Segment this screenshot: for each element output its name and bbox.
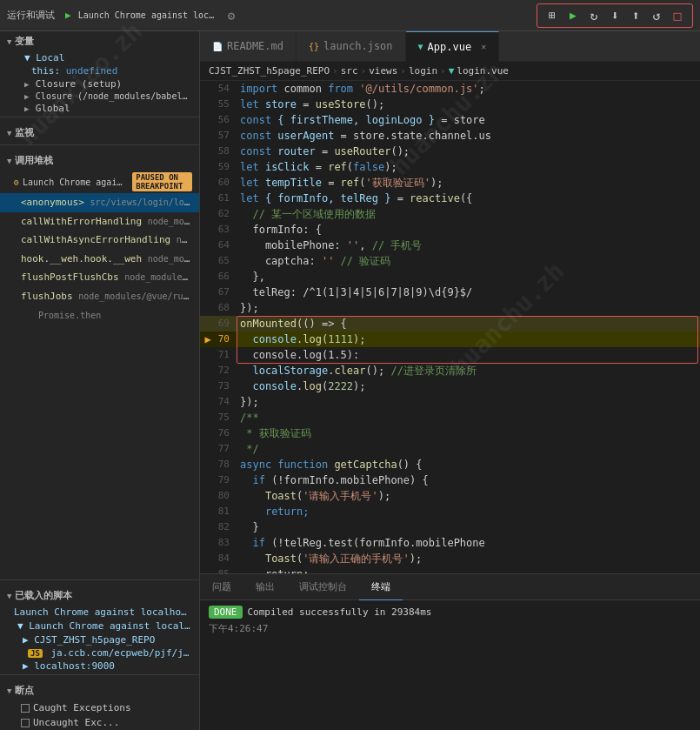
line-content-58: const router = useRouter(); bbox=[237, 144, 700, 159]
crumb-sep-4: › bbox=[440, 65, 446, 77]
debug-arrow-container: ▶ bbox=[200, 332, 217, 347]
frame-callWithErrorHandling[interactable]: callWithErrorHandling node_modules/@vue/… bbox=[0, 212, 199, 231]
script-1-label: ▼ Launch Chrome against localhost: 智慧食堂 … bbox=[17, 620, 199, 632]
code-editor[interactable]: 54 import common from '@/utils/common.js… bbox=[200, 81, 700, 573]
code-line-72: 72 localStorage.clear(); //进登录页清除所 bbox=[200, 363, 700, 378]
line-num-78: 78 bbox=[200, 457, 237, 472]
debug-current-arrow: ▶ bbox=[204, 332, 210, 347]
script-item-0[interactable]: Launch Chrome against localhost (CJST_ZH… bbox=[0, 606, 199, 619]
breakpoint-uncaught-checkbox[interactable] bbox=[21, 719, 30, 727]
loaded-scripts-label: 已载入的脚本 bbox=[15, 589, 72, 602]
debug-toolbar: 运行和调试 ▶ Launch Chrome against localhost … bbox=[0, 0, 700, 31]
script-item-js[interactable]: JS ja.ccb.com/ecpweb/pjf/jsloader-pjf.js bbox=[0, 646, 199, 660]
breakpoint-uncaught[interactable]: Uncaught Exc... bbox=[0, 715, 199, 730]
frame-hook-weh[interactable]: hook.__weh.hook.__weh node_modules/@vue/… bbox=[0, 250, 199, 269]
frame-anonymous[interactable]: <anonymous> src/views/login/login.vue 70… bbox=[0, 193, 199, 212]
line-num-76: 76 bbox=[200, 425, 237, 441]
step-over-button[interactable]: ↻ bbox=[584, 6, 603, 25]
line-num-85: 85 bbox=[200, 566, 237, 573]
line-content-54: import common from '@/utils/common.js'; bbox=[237, 81, 700, 97]
this-key: this: bbox=[31, 65, 60, 77]
tab-readme[interactable]: 📄 README.md bbox=[200, 31, 297, 62]
script-item-cjst[interactable]: ▶ CJST_ZHST_h5page_REPO bbox=[0, 633, 199, 646]
line-content-63: formInfo: { bbox=[237, 222, 700, 238]
local-arrow: ▼ bbox=[24, 52, 36, 64]
gear-settings-icon[interactable]: ⚙ bbox=[228, 9, 235, 23]
local-label: Local bbox=[36, 52, 64, 64]
script-item-localhost[interactable]: ▶ localhost:9000 bbox=[0, 660, 199, 673]
bottom-tabs: 问题 输出 调试控制台 终端 bbox=[200, 574, 700, 600]
stop-button[interactable]: □ bbox=[668, 6, 687, 25]
script-0-label: Launch Chrome against localhost (CJST_ZH… bbox=[14, 606, 199, 618]
step-into-button[interactable]: ⬇ bbox=[605, 6, 624, 25]
breakpoints-header[interactable]: ▼ 断点 bbox=[0, 680, 199, 700]
line-num-73: 73 bbox=[200, 378, 237, 394]
frame-flushPostFlushCbs[interactable]: flushPostFlushCbs node_modules/@vue/runt… bbox=[0, 268, 199, 287]
restart-button[interactable]: ↺ bbox=[647, 6, 666, 25]
code-line-83: 83 if (!telReg.test(formInfo.mobilePhone bbox=[200, 535, 700, 551]
crumb-vue-icon: ▼ bbox=[449, 65, 455, 77]
tab-launch-json[interactable]: {} launch.json bbox=[297, 31, 406, 62]
sep-2 bbox=[0, 144, 199, 145]
right-panel: 📄 README.md {} launch.json ▼ App.vue ✕ C… bbox=[200, 31, 700, 730]
tab-problems[interactable]: 问题 bbox=[200, 574, 243, 600]
grid-view-button[interactable]: ⊞ bbox=[543, 6, 562, 25]
closure-babel-group[interactable]: ▶ Closure (/node_modules/babel-loader/li… bbox=[0, 90, 199, 102]
script-item-1[interactable]: ▼ Launch Chrome against localhost: 智慧食堂 … bbox=[0, 619, 199, 633]
frame-promise-then[interactable]: Promise.then bbox=[0, 306, 199, 325]
frame-flushJobs[interactable]: flushJobs node_modules/@vue/runtime-core… bbox=[0, 287, 199, 306]
app-vue-icon: ▼ bbox=[418, 42, 423, 51]
breakpoint-caught-label: Caught Exceptions bbox=[33, 702, 131, 713]
tab-app-vue[interactable]: ▼ App.vue ✕ bbox=[406, 31, 500, 62]
closure-setup-group[interactable]: ▶ Closure (setup) bbox=[0, 77, 199, 90]
line-num-84: 84 bbox=[200, 551, 237, 566]
continue-button[interactable]: ▶ bbox=[563, 6, 583, 25]
tab-output[interactable]: 输出 bbox=[243, 574, 287, 600]
breakpoints-arrow: ▼ bbox=[7, 686, 11, 695]
frame-callWithErrorHandling-src: node_modules/@vue/r... bbox=[148, 216, 199, 227]
loaded-scripts-header[interactable]: ▼ 已载入的脚本 bbox=[0, 586, 199, 606]
frame-flushPostFlushCbs-src: node_modules/@vue/runtime-cor... bbox=[124, 271, 199, 283]
tab-terminal[interactable]: 终端 bbox=[359, 574, 403, 600]
step-out-button[interactable]: ⬆ bbox=[626, 6, 645, 25]
line-num-83: 83 bbox=[200, 535, 237, 551]
launch-json-icon: {} bbox=[309, 42, 319, 51]
code-line-63: 63 formInfo: { bbox=[200, 222, 700, 238]
line-content-64: mobilePhone: '', // 手机号 bbox=[237, 238, 700, 253]
line-num-60: 60 bbox=[200, 175, 237, 191]
code-line-77: 77 */ bbox=[200, 441, 700, 457]
line-num-59: 59 bbox=[200, 159, 237, 175]
tab-app-vue-label: App.vue bbox=[428, 41, 472, 53]
tab-readme-label: README.md bbox=[227, 40, 283, 52]
line-num-82: 82 bbox=[200, 519, 237, 535]
code-line-58: 58 const router = useRouter(); bbox=[200, 144, 700, 159]
tab-debug-console[interactable]: 调试控制台 bbox=[287, 574, 359, 600]
line-content-80: Toast('请输入手机号'); bbox=[237, 488, 700, 504]
close-icon[interactable]: ✕ bbox=[481, 42, 486, 51]
breakpoint-caught-checkbox[interactable] bbox=[21, 704, 30, 713]
code-line-54: 54 import common from '@/utils/common.js… bbox=[200, 81, 700, 97]
frame-anonymous-src: src/views/login/login.vue 70:1 bbox=[90, 197, 199, 208]
global-group[interactable]: ▶ Global bbox=[0, 102, 199, 115]
code-line-69: 69 onMounted(() => { bbox=[200, 316, 700, 332]
call-stack-header[interactable]: ▼ 调用堆栈 bbox=[0, 151, 199, 171]
closure-setup-arrow: ▶ bbox=[24, 80, 34, 89]
frame-callWithErrorHandling-name: callWithErrorHandling bbox=[21, 216, 142, 227]
terminal-message: Compiled successfully in 29384ms bbox=[248, 606, 432, 618]
frame-callWithAsyncErrorHandling[interactable]: callWithAsyncErrorHandling node_modules/… bbox=[0, 231, 199, 250]
code-line-78: 78 async function getCaptcha() { bbox=[200, 457, 700, 472]
code-line-73: 73 console.log(2222); bbox=[200, 378, 700, 394]
code-line-55: 55 let store = useStore(); bbox=[200, 97, 700, 112]
paused-badge: PAUSED ON BREAKPOINT bbox=[132, 172, 192, 191]
code-line-65: 65 captcha: '' // 验证码 bbox=[200, 253, 700, 269]
local-group[interactable]: ▼ Local bbox=[0, 51, 199, 64]
toolbar-play-icon: ▶ bbox=[65, 10, 71, 21]
watch-section-header[interactable]: ▼ 监视 bbox=[0, 123, 199, 143]
line-num-61: 61 bbox=[200, 191, 237, 206]
crumb-sep-1: › bbox=[332, 65, 338, 77]
line-content-62: // 某一个区域使用的数据 bbox=[237, 206, 700, 222]
line-content-84: Toast('请输入正确的手机号'); bbox=[237, 551, 700, 566]
variables-section-header[interactable]: ▼ 变量 bbox=[0, 31, 199, 51]
line-num-67: 67 bbox=[200, 285, 237, 300]
breakpoint-caught[interactable]: Caught Exceptions bbox=[0, 700, 199, 715]
